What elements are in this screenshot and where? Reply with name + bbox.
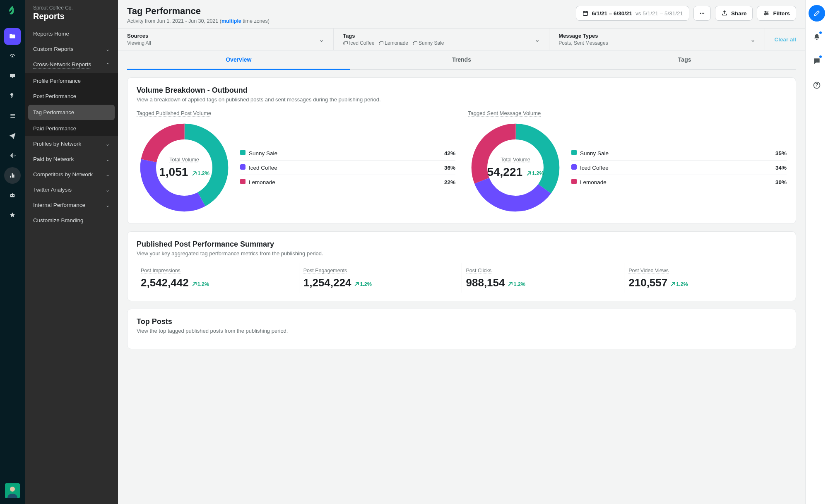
sidebar-item-reports-home[interactable]: Reports Home bbox=[25, 26, 118, 41]
sliders-icon bbox=[763, 10, 770, 17]
card-description: View your key aggregated tag performance… bbox=[137, 250, 787, 257]
filter-bar: Sources Viewing All ⌄ Tags 🏷Iced Coffee … bbox=[118, 29, 805, 50]
tab-overview[interactable]: Overview bbox=[127, 50, 350, 70]
legend-pct: 42% bbox=[444, 150, 455, 156]
activity-button[interactable] bbox=[809, 53, 825, 70]
card-title: Top Posts bbox=[137, 317, 787, 326]
nav-folder-icon[interactable] bbox=[4, 28, 21, 45]
nav-inbox-icon[interactable] bbox=[4, 68, 21, 84]
sidebar-item-internal-performance[interactable]: Internal Performance⌄ bbox=[25, 197, 118, 213]
delta-value: 1.2% bbox=[197, 170, 209, 176]
more-menu-button[interactable] bbox=[693, 6, 711, 21]
legend-label: Sunny Sale bbox=[580, 150, 609, 156]
filter-sources[interactable]: Sources Viewing All ⌄ bbox=[118, 29, 334, 50]
report-tabs: Overview Trends Tags bbox=[118, 50, 805, 70]
metric-value: 988,154 bbox=[466, 276, 505, 289]
nav-reports-icon[interactable] bbox=[4, 167, 21, 184]
legend-label: Sunny Sale bbox=[249, 150, 277, 156]
posts-donut-chart: Total Volume 1,051 1.2% bbox=[137, 120, 232, 215]
legend-label: Lemonade bbox=[249, 179, 275, 185]
nav-list-icon[interactable] bbox=[4, 108, 21, 124]
date-range-compare: vs 5/1/21 – 5/31/21 bbox=[635, 10, 683, 17]
legend-pct: 35% bbox=[775, 150, 787, 156]
sidebar-item-post-performance[interactable]: Post Performance bbox=[25, 89, 118, 104]
filter-value: Posts, Sent Messages bbox=[558, 40, 608, 46]
button-label: Filters bbox=[773, 10, 790, 17]
messages-legend: Sunny Sale35% Iced Coffee34% Lemonade30% bbox=[571, 146, 787, 189]
performance-summary-card: Published Post Performance Summary View … bbox=[127, 231, 796, 301]
share-button[interactable]: Share bbox=[715, 6, 753, 21]
sidebar-item-profiles-by-network[interactable]: Profiles by Network⌄ bbox=[25, 136, 118, 151]
filter-value: Viewing All bbox=[127, 40, 151, 46]
donut-delta: 1.2% bbox=[527, 170, 544, 176]
compose-button[interactable] bbox=[809, 5, 825, 22]
arrow-up-icon bbox=[192, 171, 197, 176]
sidebar-item-cross-network[interactable]: Cross-Network Reports⌃ bbox=[25, 57, 118, 73]
filter-tags[interactable]: Tags 🏷Iced Coffee 🏷Lemonade 🏷Sunny Sale … bbox=[334, 29, 549, 50]
metric-value: 210,557 bbox=[628, 276, 667, 289]
posts-donut-block: Tagged Published Post Volume Total Volum… bbox=[137, 109, 455, 215]
clear-all-link[interactable]: Clear all bbox=[774, 36, 796, 43]
filters-button[interactable]: Filters bbox=[757, 6, 796, 21]
donut-center-value: 1,051 bbox=[159, 166, 188, 179]
metric-delta: 1.2% bbox=[354, 281, 372, 287]
tab-tags[interactable]: Tags bbox=[573, 50, 796, 70]
metric-value: 2,542,442 bbox=[141, 276, 189, 289]
date-range-picker[interactable]: 6/1/21 – 6/30/21 vs 5/1/21 – 5/31/21 bbox=[576, 6, 689, 21]
posts-legend: Sunny Sale42% Iced Coffee36% Lemonade22% bbox=[240, 146, 455, 189]
tag-name: Iced Coffee bbox=[349, 40, 374, 46]
card-title: Volume Breakdown - Outbound bbox=[137, 86, 787, 95]
volume-breakdown-card: Volume Breakdown - Outbound View a break… bbox=[127, 77, 796, 224]
nav-star-icon[interactable] bbox=[4, 207, 21, 223]
metric-delta: 1.2% bbox=[508, 281, 525, 287]
sidebar-item-profile-performance[interactable]: Profile Performance bbox=[25, 73, 118, 89]
help-button[interactable] bbox=[809, 77, 825, 94]
svg-rect-5 bbox=[583, 11, 587, 15]
sidebar-item-tag-performance[interactable]: Tag Performance bbox=[28, 105, 115, 120]
chevron-down-icon: ⌄ bbox=[106, 141, 110, 147]
svg-point-10 bbox=[767, 13, 768, 14]
sidebar-item-customize-branding[interactable]: Customize Branding bbox=[25, 213, 118, 228]
tag-name: Sunny Sale bbox=[419, 40, 444, 46]
subtitle-text: time zones) bbox=[241, 18, 270, 24]
nav-send-icon[interactable] bbox=[4, 127, 21, 144]
sidebar-item-paid-by-network[interactable]: Paid by Network⌄ bbox=[25, 151, 118, 167]
content-scroll[interactable]: Volume Breakdown - Outbound View a break… bbox=[118, 70, 805, 504]
nav-gauge-icon[interactable] bbox=[4, 48, 21, 65]
metric-label: Post Clicks bbox=[466, 268, 492, 274]
timezone-link[interactable]: multiple bbox=[221, 18, 241, 24]
swatch-icon bbox=[571, 164, 577, 170]
delta-value: 1.2% bbox=[197, 281, 209, 287]
sidebar-item-twitter-analysis[interactable]: Twitter Analysis⌄ bbox=[25, 182, 118, 197]
arrow-up-icon bbox=[192, 282, 197, 286]
sidebar-item-paid-performance[interactable]: Paid Performance bbox=[25, 121, 118, 136]
chart-title: Tagged Published Post Volume bbox=[137, 110, 211, 117]
legend-row: Lemonade22% bbox=[240, 175, 455, 189]
tag-icon: 🏷 bbox=[378, 40, 383, 46]
notifications-button[interactable] bbox=[809, 29, 825, 46]
svg-point-7 bbox=[702, 13, 703, 14]
user-avatar[interactable] bbox=[5, 483, 20, 498]
nav-audio-icon[interactable] bbox=[4, 147, 21, 164]
legend-label: Iced Coffee bbox=[249, 165, 277, 171]
page-subtitle: Activity from Jun 1, 2021 - Jun 30, 2021… bbox=[127, 18, 270, 24]
sidebar-item-custom-reports[interactable]: Custom Reports⌄ bbox=[25, 41, 118, 57]
sidebar-item-label: Paid by Network bbox=[33, 156, 74, 162]
swatch-icon bbox=[240, 164, 246, 170]
main-panel: Tag Performance Activity from Jun 1, 202… bbox=[118, 0, 805, 504]
delta-value: 1.2% bbox=[513, 281, 525, 287]
swatch-icon bbox=[571, 179, 577, 184]
chevron-up-icon: ⌃ bbox=[106, 62, 110, 68]
filter-message-types[interactable]: Message Types Posts, Sent Messages ⌄ bbox=[549, 29, 765, 50]
tab-trends[interactable]: Trends bbox=[350, 50, 573, 70]
nav-bot-icon[interactable] bbox=[4, 187, 21, 204]
sidebar-item-label: Cross-Network Reports bbox=[33, 61, 91, 69]
page-title: Tag Performance bbox=[127, 6, 270, 17]
arrow-up-icon bbox=[508, 282, 513, 286]
delta-value: 1.2% bbox=[360, 281, 372, 287]
svg-point-8 bbox=[703, 13, 704, 14]
donut-center-label: Total Volume bbox=[169, 157, 199, 163]
metric-value: 1,254,224 bbox=[303, 276, 351, 289]
nav-pin-icon[interactable] bbox=[4, 88, 21, 104]
sidebar-item-competitors-by-network[interactable]: Competitors by Network⌄ bbox=[25, 167, 118, 182]
